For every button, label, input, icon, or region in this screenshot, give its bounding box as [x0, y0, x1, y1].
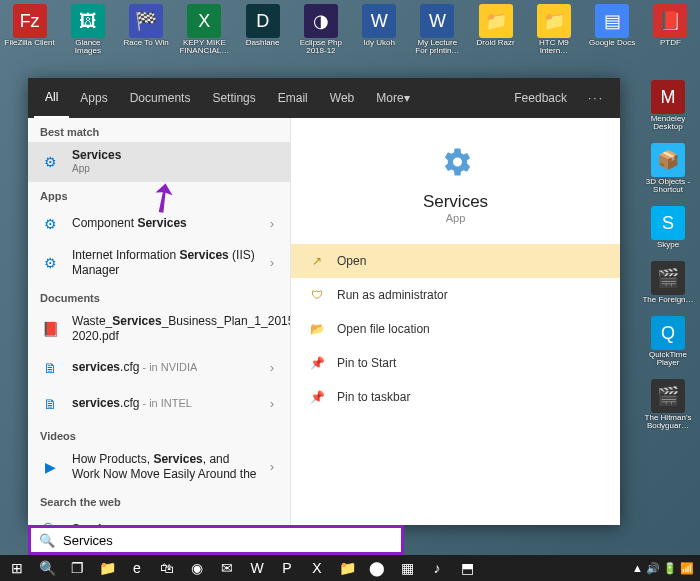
taskbar-app2[interactable]: ▦ [392, 557, 422, 579]
chevron-right-icon: › [270, 361, 280, 375]
list-item[interactable]: ⚙ Component Services › [28, 206, 290, 242]
search-icon: 🔍 [39, 533, 55, 548]
chevron-right-icon: › [270, 256, 280, 270]
search-input[interactable] [63, 533, 393, 548]
action-icon: 📌 [309, 356, 325, 370]
more-options-button[interactable]: ··· [578, 91, 614, 105]
desktop-icon-gdocs[interactable]: ▤ Google Docs [587, 4, 638, 55]
desktop-icon-hitman[interactable]: 🎬 The Hitman's Bodyguar… [640, 379, 696, 430]
desktop-icon-mendeley[interactable]: M Mendeley Desktop [640, 80, 696, 131]
taskbar-app3[interactable]: ♪ [422, 557, 452, 579]
section-best-match: Best match [28, 118, 290, 142]
section-apps: Apps [28, 182, 290, 206]
action-pin-to-start[interactable]: 📌 Pin to Start [291, 346, 620, 380]
search-box[interactable]: 🔍 [28, 525, 404, 555]
action-open[interactable]: ↗ Open [291, 244, 620, 278]
search-icon: 🔍 [38, 518, 62, 526]
desktop-icon-glance[interactable]: 🖼 Glance Images [62, 4, 113, 55]
tab-more[interactable]: More ▾ [365, 78, 420, 118]
desktop-icon-lecture[interactable]: W My Lecture For printin… [412, 4, 463, 55]
action-icon: 🛡 [309, 288, 325, 302]
video-icon: ▶ [38, 455, 62, 479]
preview-pane: Services App ↗ Open 🛡 Run as administrat… [290, 118, 620, 525]
desktop-icon-foreign[interactable]: 🎬 The Foreign… [640, 261, 696, 304]
best-match-sub: App [72, 163, 280, 176]
taskbar-excel[interactable]: X [302, 557, 332, 579]
taskbar-powerpoint[interactable]: P [272, 557, 302, 579]
taskbar-task-view[interactable]: ❐ [62, 557, 92, 579]
taskbar-search[interactable]: 🔍 [32, 557, 62, 579]
feedback-button[interactable]: Feedback [503, 78, 578, 118]
tab-all[interactable]: All [34, 78, 69, 118]
tab-settings[interactable]: Settings [201, 78, 266, 118]
taskbar-folder2[interactable]: 📁 [332, 557, 362, 579]
preview-sub: App [446, 212, 466, 224]
chevron-right-icon: › [270, 217, 280, 231]
section-documents: Documents [28, 284, 290, 308]
taskbar-app1[interactable]: ⬤ [362, 557, 392, 579]
desktop-icon-3dobjects[interactable]: 📦 3D Objects - Shortcut [640, 143, 696, 194]
desktop-icons-right-col: M Mendeley Desktop 📦 3D Objects - Shortc… [640, 80, 696, 430]
search-panel: All Apps Documents Settings Email Web Mo… [28, 78, 620, 525]
tab-apps[interactable]: Apps [69, 78, 118, 118]
chevron-right-icon: › [270, 397, 280, 411]
web-result-item[interactable]: 🔍 Services - See web results › [28, 512, 290, 526]
best-match-title: Services [72, 148, 121, 162]
taskbar-start[interactable]: ⊞ [2, 557, 32, 579]
section-videos: Videos [28, 422, 290, 446]
desktop-icons-top-row: Fz FileZilla Client 🖼 Glance Images 🏁 Ra… [4, 4, 696, 55]
tab-documents[interactable]: Documents [119, 78, 202, 118]
preview-title: Services [423, 192, 488, 212]
gear-icon: ⚙ [38, 150, 62, 174]
chevron-down-icon: ▾ [404, 91, 410, 105]
tab-email[interactable]: Email [267, 78, 319, 118]
desktop-icon-skype[interactable]: S Skype [640, 206, 696, 249]
taskbar-outlook[interactable]: ✉ [212, 557, 242, 579]
taskbar-chrome[interactable]: ◉ [182, 557, 212, 579]
desktop-icon-filezilla[interactable]: Fz FileZilla Client [4, 4, 55, 55]
list-item[interactable]: 📕 Waste_Services_Business_Plan_1_2015-20… [28, 308, 290, 350]
services-app-icon [438, 144, 474, 180]
action-pin-to-taskbar[interactable]: 📌 Pin to taskbar [291, 380, 620, 414]
desktop-icon-quicktime[interactable]: Q QuickTime Player [640, 316, 696, 367]
section-web: Search the web [28, 488, 290, 512]
desktop-icon-kepy[interactable]: X KEPY MIKE FINANCIAL… [179, 4, 230, 55]
action-open-file-location[interactable]: 📂 Open file location [291, 312, 620, 346]
action-icon: 📂 [309, 322, 325, 336]
pdf-icon: 📕 [38, 317, 62, 341]
desktop-icon-idy[interactable]: W Idy Ukoh [354, 4, 405, 55]
taskbar-edge[interactable]: e [122, 557, 152, 579]
list-item[interactable]: ⚙ Internet Information Services (IIS) Ma… [28, 242, 290, 284]
system-tray[interactable]: ▲ 🔊 🔋 📶 [632, 562, 698, 575]
desktop-icon-race[interactable]: 🏁 Race To Win [121, 4, 172, 55]
desktop-icon-ptdf[interactable]: 📕 PTDF [645, 4, 696, 55]
taskbar-store[interactable]: 🛍 [152, 557, 182, 579]
desktop-icon-dashlane[interactable]: D Dashlane [237, 4, 288, 55]
taskbar-word[interactable]: W [242, 557, 272, 579]
chevron-right-icon: › [270, 460, 280, 474]
desktop-icon-droid[interactable]: 📁 Droid Razr [470, 4, 521, 55]
file-icon: 🗎 [38, 356, 62, 380]
desktop-icon-eclipse[interactable]: ◑ Eclipse Php 2018-12 [295, 4, 346, 55]
action-icon: ↗ [309, 254, 325, 268]
taskbar-explorer[interactable]: 📁 [92, 557, 122, 579]
action-icon: 📌 [309, 390, 325, 404]
best-match-item[interactable]: ⚙ Services App [28, 142, 290, 182]
desktop-icon-htc[interactable]: 📁 HTC M9 Intern… [528, 4, 579, 55]
tab-web[interactable]: Web [319, 78, 365, 118]
file-icon: 🗎 [38, 392, 62, 416]
gear-icon: ⚙ [38, 212, 62, 236]
search-scope-tabs: All Apps Documents Settings Email Web Mo… [28, 78, 620, 118]
taskbar: ⊞🔍❐📁e🛍◉✉WPX📁⬤▦♪⬒ ▲ 🔊 🔋 📶 [0, 555, 700, 581]
taskbar-app4[interactable]: ⬒ [452, 557, 482, 579]
results-list: Best match ⚙ Services App ➚ Apps ⚙ Compo… [28, 118, 290, 525]
list-item[interactable]: 🗎 services.cfg - in NVIDIA › [28, 350, 290, 386]
action-run-as-administrator[interactable]: 🛡 Run as administrator [291, 278, 620, 312]
list-item[interactable]: 🗎 services.cfg - in INTEL › [28, 386, 290, 422]
list-item[interactable]: ▶ How Products, Services, and Work Now M… [28, 446, 290, 488]
gear-icon: ⚙ [38, 251, 62, 275]
